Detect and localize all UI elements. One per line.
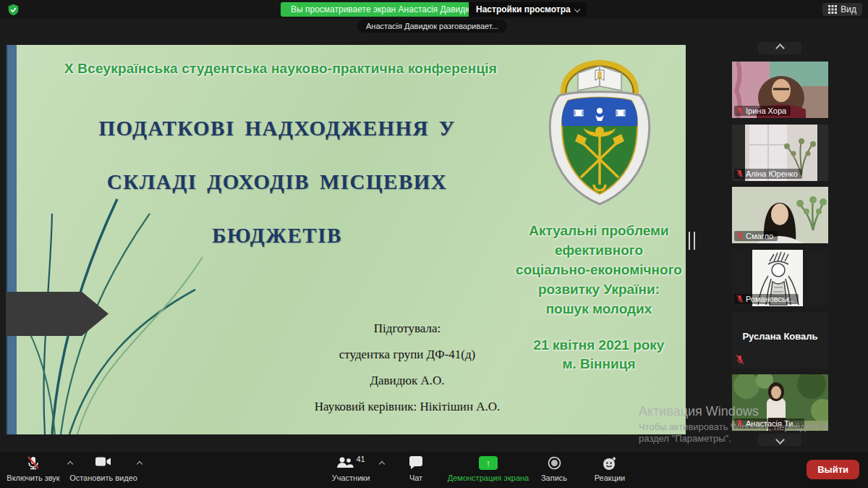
leave-button[interactable]: Выйти [807, 460, 859, 479]
chat-button[interactable]: Чат [398, 456, 434, 482]
view-settings-button[interactable]: Настройки просмотра [469, 2, 587, 17]
share-screen-button[interactable]: ↑ Демонстрация экрана [438, 456, 539, 482]
author-line: Підготувала: [237, 316, 577, 342]
camera-icon [95, 456, 111, 467]
participants-scroll-up[interactable] [758, 42, 801, 54]
author-line: студентка групи ДФ-41(д) [237, 342, 577, 368]
meeting-toolbar: Включить звук Остановить видео [0, 452, 868, 488]
muted-mic-icon [26, 456, 41, 471]
participant-name-label: Анастасія Ти... [734, 418, 804, 429]
participant-name: Романовськ.. [746, 295, 794, 303]
title-line: ПОДАТКОВІ НАДХОДЖЕННЯ У [13, 101, 541, 155]
reactions-icon [603, 456, 618, 471]
muted-mic-icon [736, 232, 744, 240]
participant-tile[interactable]: Ірина Хора [732, 62, 828, 118]
muted-mic-icon [736, 355, 744, 365]
participant-name: Руслана Коваль [732, 331, 828, 342]
conference-theme: Актуальні проблеми ефективного соціально… [509, 221, 686, 319]
leave-label: Выйти [817, 464, 848, 475]
conference-header: Х Всеукраїнська студентська науково-прак… [35, 61, 527, 77]
stop-video-label: Остановить видео [69, 474, 137, 482]
muted-mic-icon [736, 169, 744, 178]
author-block: Підготувала: студентка групи ДФ-41(д) Да… [237, 316, 577, 420]
record-label: Запись [541, 474, 567, 482]
participants-count: 41 [356, 455, 365, 463]
participant-name-label: Аліна Юренко [734, 169, 802, 179]
participant-name: Аліна Юренко [746, 169, 798, 178]
viewing-screen-banner: Вы просматриваете экран Анастасія Давидю… [281, 2, 486, 17]
participant-tile[interactable]: Аліна Юренко [732, 125, 828, 181]
muted-mic-icon [736, 419, 744, 428]
chevron-down-icon [574, 7, 579, 12]
grid-view-icon [828, 5, 837, 14]
participant-tile[interactable]: Смагло [732, 187, 828, 243]
theme-line: Актуальні проблеми [509, 221, 686, 240]
reactions-label: Реакции [595, 474, 626, 482]
participant-tile[interactable]: Руслана Коваль [732, 312, 828, 369]
chat-label: Чат [409, 474, 422, 482]
participants-label: Участники [332, 474, 370, 482]
university-emblem [537, 56, 662, 214]
participant-tile[interactable]: Романовськ.. [732, 250, 828, 306]
title-line: СКЛАДІ ДОХОДІВ МІСЦЕВИХ [13, 155, 541, 209]
author-line: Науковий керівник: Нікітішин А.О. [237, 394, 577, 420]
theme-line: розвитку України: [509, 279, 686, 299]
panel-resize-handle[interactable] [689, 232, 695, 250]
unmute-label: Включить звук [7, 474, 59, 482]
video-options-chevron[interactable] [137, 461, 142, 467]
theme-line: ефективного [509, 240, 686, 260]
security-shield-icon[interactable] [7, 4, 20, 16]
view-button[interactable]: Вид [822, 3, 862, 16]
speaker-toast: Анастасія Давидюк разговаривает... [357, 20, 507, 33]
participants-scroll-down[interactable] [758, 434, 801, 446]
view-settings-label: Настройки просмотра [476, 2, 571, 17]
stop-video-button[interactable]: Остановить видео [71, 456, 136, 482]
participant-name: Ірина Хора [746, 106, 786, 115]
share-screen-icon: ↑ [479, 456, 498, 470]
participants-button[interactable]: 41 Участники [318, 456, 383, 482]
zoom-meeting-window: Вы просматриваете экран Анастасія Давидю… [0, 0, 868, 488]
slide-title: ПОДАТКОВІ НАДХОДЖЕННЯ У СКЛАДІ ДОХОДІВ М… [13, 101, 541, 262]
participant-name-label: Романовськ.. [734, 294, 799, 304]
participant-name: Смагло [746, 232, 773, 240]
top-bar: Вы просматриваете экран Анастасія Давидю… [0, 0, 868, 19]
muted-mic-icon [736, 295, 744, 303]
author-line: Давидюк А.О. [237, 368, 577, 394]
participant-name-label: Смагло [734, 231, 778, 241]
shared-screen-slide: Х Всеукраїнська студентська науково-прак… [6, 45, 686, 434]
share-screen-label: Демонстрация экрана [448, 474, 529, 482]
participant-name-label: Ірина Хора [734, 106, 791, 116]
muted-mic-icon [736, 106, 744, 115]
participant-name: Анастасія Ти... [746, 419, 800, 428]
reactions-button[interactable]: Реакции [586, 456, 634, 482]
view-button-label: Вид [841, 4, 856, 14]
theme-line: соціально-економічного [509, 260, 686, 279]
unmute-button[interactable]: Включить звук [0, 456, 67, 482]
participants-icon [336, 456, 354, 469]
chat-icon [409, 456, 423, 470]
record-icon [548, 456, 561, 470]
record-button[interactable]: Запись [535, 456, 573, 482]
title-line: БЮДЖЕТІВ [13, 209, 541, 262]
participant-tile[interactable]: Анастасія Ти... [732, 374, 828, 431]
